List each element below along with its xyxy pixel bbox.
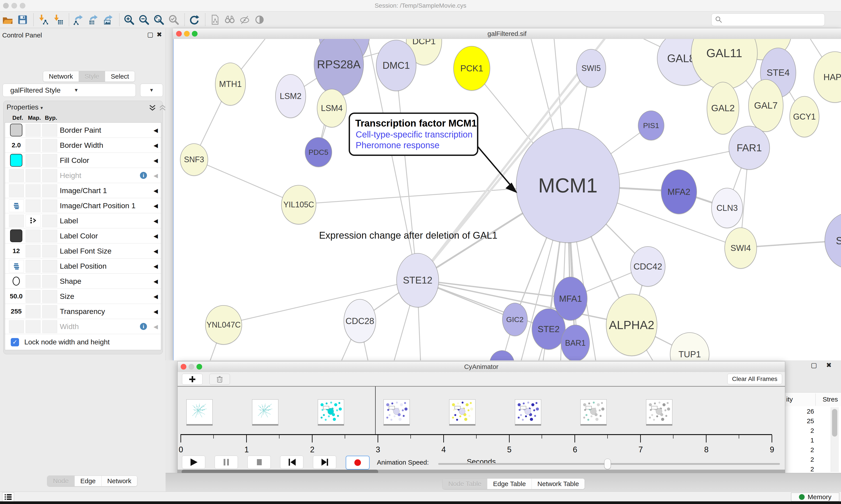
collapse-all-icon[interactable]	[158, 104, 167, 112]
skip-to-start-button[interactable]	[280, 456, 303, 469]
property-cell[interactable]	[42, 275, 57, 288]
save-session-icon[interactable]	[17, 14, 29, 25]
frame-thumbnail-7[interactable]	[646, 399, 673, 424]
maximize-window-icon[interactable]	[196, 364, 202, 370]
expand-row-icon[interactable]: ◀	[154, 172, 158, 179]
node-far1[interactable]: FAR1	[729, 126, 770, 170]
close-panel-icon[interactable]: ✖	[826, 361, 831, 369]
import-network-icon[interactable]	[37, 14, 49, 25]
node-pck1[interactable]: PCK1	[453, 46, 490, 91]
expand-row-icon[interactable]: ◀	[154, 127, 158, 134]
task-history-button[interactable]	[2, 492, 14, 502]
property-cell[interactable]	[25, 320, 40, 333]
frame-thumbnail-6[interactable]	[580, 399, 607, 424]
export-table-icon[interactable]	[88, 14, 100, 25]
lock-size-checkbox[interactable]: ✓	[11, 338, 19, 346]
property-cell[interactable]: 255	[9, 305, 23, 318]
property-cell[interactable]	[42, 169, 57, 182]
search-network-icon[interactable]	[224, 14, 236, 25]
node-gcy1[interactable]: GCY1	[789, 96, 819, 137]
tab-style[interactable]: Style	[79, 71, 105, 82]
snapshot-icon[interactable]	[209, 14, 221, 25]
expand-row-icon[interactable]: ◀	[154, 293, 158, 300]
property-cell[interactable]	[42, 154, 57, 167]
property-cell[interactable]: 50.0	[9, 290, 23, 302]
node-bnode[interactable]	[489, 350, 515, 360]
slider-thumb[interactable]	[604, 459, 611, 469]
node-gal2[interactable]: GAL2	[707, 82, 739, 134]
node-pdc5[interactable]: PDC5	[305, 137, 332, 167]
node-alpha2[interactable]: ALPHA2	[606, 294, 657, 356]
expand-row-icon[interactable]: ◀	[154, 187, 158, 194]
column-header-stress[interactable]: Stres	[823, 396, 838, 403]
node-ste12[interactable]: STE12	[396, 253, 439, 307]
property-row-image-chart-1[interactable]: Image/Chart 1◀	[5, 183, 161, 198]
frame-thumbnail-1[interactable]	[252, 399, 279, 424]
property-cell[interactable]	[9, 184, 24, 197]
annotation-link-2[interactable]: Pheromone response	[356, 140, 477, 150]
tab-network-table[interactable]: Network Table	[532, 479, 585, 489]
node-dmc1[interactable]: DMC1	[376, 40, 416, 91]
add-frame-button[interactable]	[182, 374, 202, 385]
tab-network[interactable]: Network	[102, 476, 137, 486]
property-cell[interactable]	[42, 230, 57, 242]
tab-edge-table[interactable]: Edge Table	[487, 479, 532, 489]
property-cell[interactable]	[42, 199, 57, 212]
info-icon[interactable]: i	[140, 172, 147, 180]
tab-node-table[interactable]: Node Table	[443, 479, 487, 489]
property-cell[interactable]	[25, 245, 40, 257]
node-cdc28[interactable]: CDC28	[344, 299, 376, 343]
node-cln3[interactable]: CLN3	[711, 188, 743, 228]
zoom-out-icon[interactable]	[138, 14, 150, 25]
style-selector-dropdown[interactable]: galFiltered Style ▼	[3, 84, 136, 97]
minimize-window-icon[interactable]	[184, 31, 190, 37]
style-options-button[interactable]: ▼	[140, 84, 163, 97]
property-cell[interactable]	[9, 275, 23, 287]
stop-button[interactable]	[248, 456, 271, 469]
node-tup1[interactable]: TUP1	[670, 332, 709, 360]
property-cell[interactable]	[42, 320, 57, 333]
pause-button[interactable]	[215, 456, 238, 469]
property-cell[interactable]	[42, 290, 57, 303]
property-cell[interactable]	[9, 260, 24, 273]
close-window-icon[interactable]	[176, 31, 182, 37]
property-row-label[interactable]: Label◀	[5, 213, 161, 228]
memory-button[interactable]: Memory	[791, 492, 839, 501]
open-session-folder-icon[interactable]	[2, 14, 14, 25]
property-row-fill-color[interactable]: Fill Color◀	[5, 153, 161, 168]
import-table-icon[interactable]	[52, 14, 64, 25]
property-row-border-paint[interactable]: Border Paint◀	[5, 123, 161, 138]
close-window-icon[interactable]	[3, 3, 9, 8]
expand-row-icon[interactable]: ◀	[154, 157, 158, 164]
zoom-in-icon[interactable]	[123, 14, 135, 25]
node-mth1[interactable]: MTH1	[215, 62, 246, 106]
property-row-size[interactable]: 50.0Size◀	[5, 289, 161, 304]
property-row-label-color[interactable]: Label Color◀	[5, 228, 161, 244]
property-row-transparency[interactable]: 255Transparency◀	[5, 304, 161, 319]
node-mfa2[interactable]: MFA2	[661, 169, 697, 214]
annotation-callout[interactable]: Transcription factor MCM1 Cell-type-spec…	[349, 112, 478, 156]
node-gic2[interactable]: GIC2	[502, 303, 527, 336]
property-cell[interactable]	[42, 245, 57, 257]
property-row-label-position[interactable]: Label Position◀	[5, 258, 161, 274]
property-cell[interactable]	[25, 305, 40, 318]
property-cell[interactable]	[25, 154, 40, 167]
expand-row-icon[interactable]: ◀	[154, 248, 158, 255]
node-gal7[interactable]: GAL7	[748, 79, 783, 132]
annotation-link-1[interactable]: Cell-type-specific transcription	[356, 130, 477, 140]
expand-all-icon[interactable]	[148, 104, 157, 112]
property-cell[interactable]	[9, 199, 24, 212]
play-button[interactable]	[182, 456, 205, 469]
node-swi4[interactable]: SWI4	[724, 228, 757, 269]
property-cell[interactable]	[9, 169, 24, 182]
node-snf3[interactable]: SNF3	[180, 143, 208, 176]
frame-thumbnail-4[interactable]	[449, 399, 476, 424]
expand-row-icon[interactable]: ◀	[154, 233, 158, 239]
property-cell[interactable]	[25, 290, 40, 303]
expand-row-icon[interactable]: ◀	[154, 323, 158, 330]
tab-node[interactable]: Node	[47, 476, 75, 486]
node-rps28a[interactable]: RPS28A	[314, 39, 364, 96]
property-row-height[interactable]: Heighti◀	[5, 168, 161, 183]
property-cell[interactable]	[25, 199, 40, 212]
export-image-icon[interactable]	[103, 14, 114, 25]
